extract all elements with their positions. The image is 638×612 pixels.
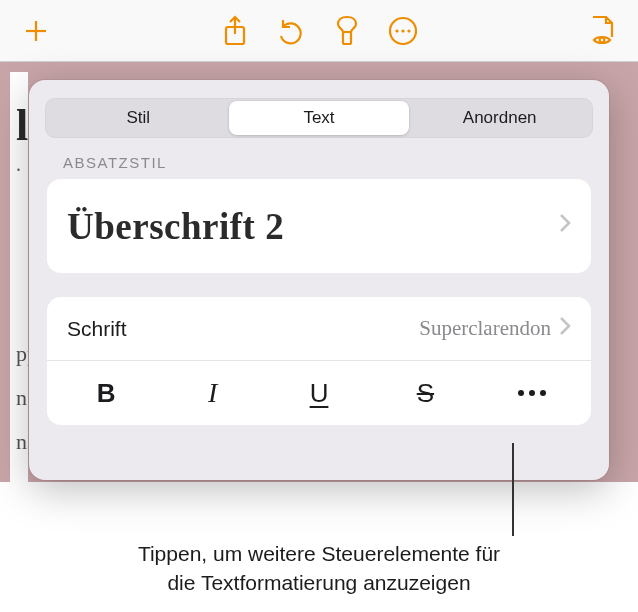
paragraph-style-card: Überschrift 2 <box>47 179 591 273</box>
format-popover: Stil Text Anordnen ABSATZSTIL Überschrif… <box>29 62 609 480</box>
svg-point-7 <box>401 29 404 32</box>
more-button[interactable] <box>375 3 431 59</box>
document-view-button[interactable] <box>574 3 630 59</box>
ellipsis-icon <box>518 390 546 396</box>
format-tabs: Stil Text Anordnen <box>45 98 593 138</box>
paragraph-style-value: Überschrift 2 <box>67 205 551 248</box>
share-button[interactable] <box>207 3 263 59</box>
document-body-fragment: pp n y ns <box>16 332 28 464</box>
underline-button[interactable]: U <box>266 361 372 425</box>
undo-button[interactable] <box>263 3 319 59</box>
document-heading-fragment: lo <box>16 100 22 151</box>
callout-leader-line <box>512 443 514 536</box>
font-label: Schrift <box>67 317 419 341</box>
tab-arrange[interactable]: Anordnen <box>409 101 590 135</box>
chevron-right-icon <box>559 213 571 239</box>
add-button[interactable] <box>8 3 64 59</box>
callout-caption: Tippen, um weitere Steuerelemente für di… <box>0 539 638 597</box>
font-value: Superclarendon <box>419 316 551 341</box>
top-toolbar <box>0 0 638 62</box>
popover-arrow <box>398 80 422 82</box>
document-dots: ··· <box>16 159 22 182</box>
text-style-row: B I U S <box>47 361 591 425</box>
format-button[interactable] <box>319 3 375 59</box>
font-row[interactable]: Schrift Superclarendon <box>47 297 591 361</box>
font-card: Schrift Superclarendon B I U S <box>47 297 591 425</box>
more-text-options-button[interactable] <box>479 361 585 425</box>
svg-point-9 <box>600 37 605 42</box>
strikethrough-button[interactable]: S <box>372 361 478 425</box>
bold-button[interactable]: B <box>53 361 159 425</box>
tab-text[interactable]: Text <box>229 101 410 135</box>
svg-point-6 <box>395 29 398 32</box>
tab-style[interactable]: Stil <box>48 101 229 135</box>
italic-button[interactable]: I <box>159 361 265 425</box>
paragraph-style-row[interactable]: Überschrift 2 <box>47 179 591 273</box>
chevron-right-icon <box>559 316 571 342</box>
svg-point-8 <box>407 29 410 32</box>
paragraph-style-label: ABSATZSTIL <box>63 154 575 171</box>
svg-rect-4 <box>343 32 351 44</box>
document-page: lo ··· pp n y ns <box>10 72 28 492</box>
